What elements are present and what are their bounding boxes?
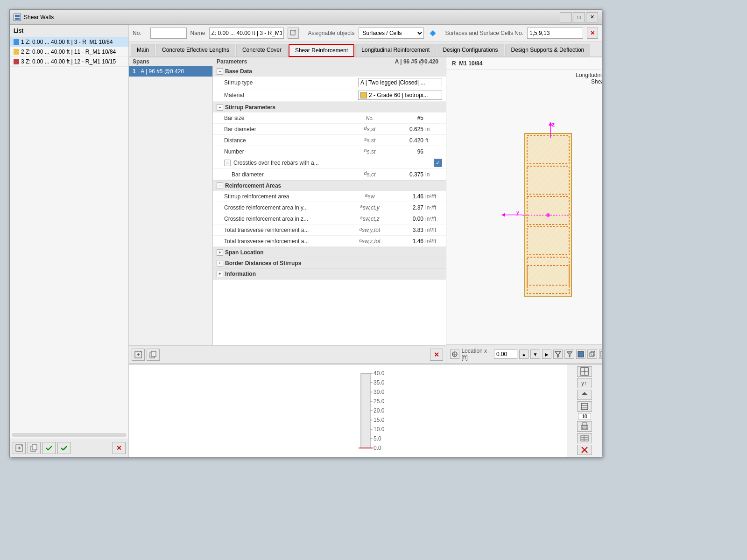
span-item-1[interactable]: 1 A | 96 #5 @0.420 (129, 66, 212, 77)
bottom-close-btn[interactable] (577, 445, 592, 455)
minimize-button[interactable]: — (560, 12, 572, 22)
section-reinf-areas-header[interactable]: − Reinforcement Areas (213, 181, 446, 191)
svg-rect-39 (590, 353, 593, 357)
col-params-header: Parameters (217, 58, 372, 65)
param-bar-diameter-value: 0.625 (386, 126, 423, 133)
bottom-btn-1[interactable] (577, 366, 592, 377)
tab-main[interactable]: Main (131, 44, 155, 56)
tab-longitudinal-reinforcement[interactable]: Longitudinal Reinforcement (355, 44, 436, 56)
svg-text:40.0: 40.0 (374, 371, 384, 377)
viz-labels: Longitudinal Reinforcement Shear Reinfor… (446, 70, 602, 87)
name-input[interactable] (209, 28, 284, 39)
assignable-select[interactable]: Surfaces / Cells (359, 28, 424, 39)
no-input[interactable] (150, 28, 187, 39)
svg-rect-44 (601, 351, 602, 357)
name-edit-button[interactable] (288, 28, 299, 39)
svg-text:y↑: y↑ (581, 380, 587, 386)
bottom-btn-3[interactable] (577, 390, 592, 400)
bottom-btn-4[interactable] (577, 401, 592, 412)
viz-tool-1[interactable] (450, 350, 459, 359)
params-copy-button[interactable] (147, 349, 160, 361)
section-information-header[interactable]: + Information (213, 269, 446, 279)
expand-span-location[interactable]: + (217, 249, 223, 256)
viz-view3d[interactable] (587, 350, 597, 359)
surfaces-close-button[interactable]: ✕ (587, 28, 598, 39)
closed-label: Closed (400, 79, 417, 86)
col-headers: Spans Parameters A | 96 #5 @0.420 (129, 57, 446, 66)
sidebar-item-label-1: 1 Z: 0.00 ... 40.00 ft | 3 - R_M1 10/84 (21, 39, 113, 45)
expand-information[interactable]: + (217, 271, 223, 277)
section-stirrup-params: − Stirrup Parameters Bar size No. #5 (213, 102, 446, 181)
param-ct-bar-diameter-label: Bar diameter (232, 171, 353, 178)
sidebar-item-1[interactable]: 1 Z: 0.00 ... 40.00 ft | 3 - R_M1 10/84 (10, 37, 128, 47)
viz-arrow-right[interactable]: ▶ (542, 350, 551, 359)
expand-border-distances[interactable]: + (217, 260, 223, 266)
expand-reinf-areas[interactable]: − (217, 182, 223, 189)
main-panel: No. Name Assignable objects Surfaces / C… (129, 25, 602, 457)
section-span-location-header[interactable]: + Span Location (213, 247, 446, 258)
param-ct-area-z-symbol: asw,ct,z (353, 215, 386, 222)
sidebar-item-2[interactable]: 2 Z: 0.00 ... 40.00 ft | 11 - R_M1 10/84 (10, 47, 128, 57)
expand-stirrup-params[interactable]: − (217, 104, 223, 111)
expand-base-data[interactable]: − (217, 68, 223, 75)
section-stirrup-params-header[interactable]: − Stirrup Parameters (213, 102, 446, 112)
location-down[interactable]: ▼ (530, 350, 540, 359)
section-border-distances-header[interactable]: + Border Distances of Stirrups (213, 258, 446, 268)
param-number-label: Number (224, 148, 353, 155)
sidebar-check2-button[interactable] (57, 442, 70, 454)
tab-design-supports-deflection[interactable]: Design Supports & Deflection (505, 44, 591, 56)
item-color-2 (14, 49, 19, 55)
tab-design-configurations[interactable]: Design Configurations (437, 44, 504, 56)
viz-color[interactable] (576, 350, 585, 359)
params-area: Spans Parameters A | 96 #5 @0.420 1 A | … (129, 57, 446, 364)
param-stirrup-area-symbol: asw (353, 192, 386, 200)
params-new-button[interactable] (132, 349, 145, 361)
param-total-z-label: Total transverse reinforcement a... (224, 238, 353, 245)
svg-text:5.0: 5.0 (374, 435, 381, 442)
tab-concrete-cover[interactable]: Concrete Cover (236, 44, 288, 56)
param-ct-bar-diameter-symbol: ds,ct (353, 170, 386, 178)
sidebar-bottom: ✕ (10, 439, 128, 457)
surfaces-input[interactable] (527, 28, 583, 39)
bottom-print-btn[interactable] (577, 421, 592, 432)
main-window: Shear Walls — □ ✕ List 1 Z: 0.00 ... 40.… (9, 9, 602, 457)
svg-point-32 (546, 213, 550, 217)
bottom-btn-2[interactable]: y↑ (577, 378, 592, 388)
section-span-location-label: Span Location (225, 249, 442, 256)
col-spans-header: Spans (133, 58, 217, 65)
bottom-table-btn[interactable] (577, 433, 592, 443)
param-total-z-symbol: asw,z,tot (353, 238, 386, 245)
section-reinf-areas: − Reinforcement Areas Stirrup reinforcem… (213, 181, 446, 247)
crossties-checkbox[interactable]: ✓ (434, 159, 442, 167)
param-total-y-label: Total transverse reinforcement a... (224, 227, 353, 233)
bottom-wall-svg: 40.0 35.0 30.0 25.0 20.0 15.0 10.0 5.0 0… (347, 371, 384, 450)
viz-filter2[interactable] (564, 350, 574, 359)
tab-shear-reinforcement[interactable]: Shear Reinforcement (289, 44, 354, 57)
svg-text:20.0: 20.0 (374, 407, 384, 414)
maximize-button[interactable]: □ (573, 12, 585, 22)
sidebar-copy-button[interactable] (28, 442, 41, 454)
svg-text:10.0: 10.0 (374, 426, 384, 433)
close-button[interactable]: ✕ (586, 12, 598, 22)
location-input[interactable] (494, 350, 517, 359)
sidebar-check1-button[interactable] (42, 442, 56, 454)
param-ct-area-y-symbol: asw,ct,y (353, 204, 386, 211)
sidebar-scrollbar[interactable] (12, 433, 127, 437)
tab-concrete-effective-lengths[interactable]: Concrete Effective Lengths (156, 44, 235, 56)
location-up[interactable]: ▲ (519, 350, 529, 359)
viz-filter[interactable] (553, 350, 563, 359)
param-bar-size: Bar size No. #5 (213, 112, 446, 124)
section-base-data-header[interactable]: − Base Data (213, 66, 446, 77)
material-display[interactable]: 2 - Grade 60 | Isotropi... (358, 91, 442, 100)
material-color (360, 92, 367, 98)
sidebar-item-3[interactable]: 3 Z: 0.00 ... 40.00 ft | 12 - R_M1 10/15 (10, 57, 128, 67)
y-axis-label: y (501, 210, 525, 221)
svg-rect-38 (578, 351, 584, 357)
viz-export[interactable] (599, 350, 602, 359)
expand-crossties[interactable]: − (224, 160, 231, 166)
params-delete-button[interactable]: ✕ (430, 349, 443, 361)
param-stirrup-type: Stirrup type A | Two legged | Closed | .… (213, 77, 446, 89)
stirrup-type-display[interactable]: A | Two legged | Closed | ... (358, 78, 442, 87)
sidebar-delete-button[interactable]: ✕ (113, 442, 126, 454)
sidebar-new-button[interactable] (13, 442, 26, 454)
